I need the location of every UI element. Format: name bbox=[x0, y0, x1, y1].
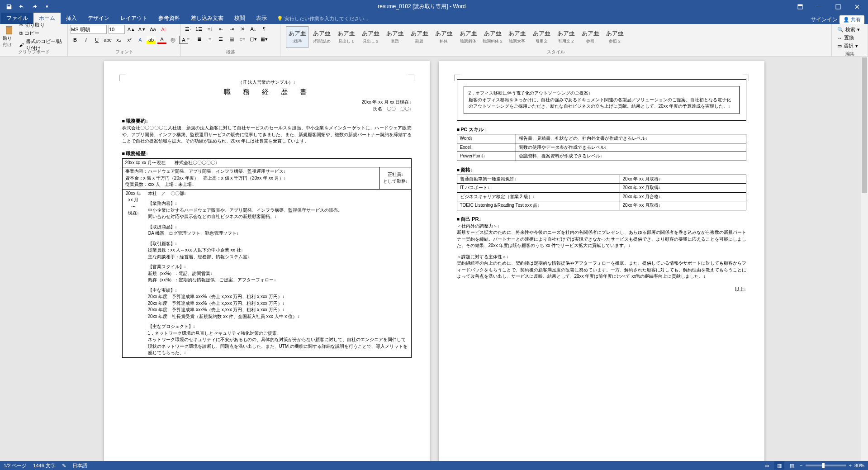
tab-layout[interactable]: レイアウト bbox=[115, 13, 153, 24]
svg-rect-4 bbox=[6, 27, 12, 34]
style-引用文[interactable]: あア亜引用文 bbox=[530, 26, 553, 48]
svg-rect-2 bbox=[817, 7, 821, 7]
replace-button[interactable]: ↔ 置換 bbox=[835, 34, 864, 42]
enclose-char[interactable]: ㊞ bbox=[168, 36, 177, 44]
style-表題[interactable]: あア亜表題 bbox=[384, 26, 406, 48]
ribbon-display-options[interactable] bbox=[791, 0, 809, 13]
asian-layout[interactable]: ✕ bbox=[238, 25, 247, 33]
style-強調斜体 2[interactable]: あア亜強調斜体 2 bbox=[481, 26, 504, 48]
line-spacing[interactable]: ↕≡ bbox=[238, 35, 247, 43]
style-参照[interactable]: あア亜参照 bbox=[579, 26, 602, 48]
shading[interactable]: ▢▾ bbox=[249, 35, 258, 43]
clear-format[interactable]: A⃠ bbox=[159, 25, 168, 33]
minimize-button[interactable] bbox=[810, 0, 828, 13]
paste-button[interactable]: 貼り付け bbox=[3, 25, 15, 48]
style-↓標準[interactable]: あア亜↓標準 bbox=[286, 26, 308, 48]
tab-references[interactable]: 参考資料 bbox=[153, 13, 185, 24]
svg-rect-3 bbox=[836, 5, 840, 9]
subscript[interactable]: x₂ bbox=[114, 36, 123, 44]
svg-rect-5 bbox=[7, 26, 10, 28]
svg-rect-1 bbox=[798, 5, 802, 6]
grow-font[interactable]: A▲ bbox=[127, 25, 136, 33]
group-font-label: フォント bbox=[71, 49, 178, 55]
bold[interactable]: B bbox=[71, 36, 80, 44]
save-button[interactable] bbox=[4, 1, 14, 12]
tab-view[interactable]: 表示 bbox=[251, 13, 272, 24]
group-styles-label: スタイル bbox=[283, 49, 829, 55]
superscript[interactable]: x² bbox=[125, 36, 134, 44]
style-↓行間詰め[interactable]: あア亜↓行間詰め bbox=[310, 26, 333, 48]
show-marks[interactable]: ¶ bbox=[260, 25, 269, 33]
undo-button[interactable] bbox=[16, 1, 27, 12]
strike[interactable]: abc bbox=[103, 36, 112, 44]
cut-button[interactable]: ✂ 切り取り bbox=[18, 21, 65, 29]
group-editing-label: 編集 bbox=[835, 51, 865, 57]
font-name-select[interactable] bbox=[71, 25, 107, 34]
group-clipboard-label: クリップボード bbox=[3, 49, 65, 55]
style-参照 2[interactable]: あア亜参照 2 bbox=[603, 26, 626, 48]
bullets[interactable]: ☰· bbox=[184, 25, 193, 33]
maximize-button[interactable] bbox=[829, 0, 847, 13]
style-見出し 2[interactable]: あア亜見出し 2 bbox=[359, 26, 382, 48]
qat-customize[interactable]: ▾ bbox=[42, 1, 52, 12]
align-justify[interactable]: ☰ bbox=[216, 35, 225, 43]
font-size-select[interactable] bbox=[109, 25, 125, 34]
signin-link[interactable]: サインイン bbox=[811, 16, 838, 24]
style-引用文 2[interactable]: あア亜引用文 2 bbox=[555, 26, 577, 48]
share-button[interactable]: 👤 共有 bbox=[840, 15, 864, 24]
shrink-font[interactable]: A▼ bbox=[138, 25, 147, 33]
style-斜体[interactable]: あア亜斜体 bbox=[432, 26, 455, 48]
tab-mailings[interactable]: 差し込み文書 bbox=[185, 13, 229, 24]
tab-review[interactable]: 校閲 bbox=[229, 13, 251, 24]
change-case[interactable]: Aa bbox=[148, 25, 157, 33]
style-強調斜体[interactable]: あア亜強調斜体 bbox=[457, 26, 479, 48]
close-button[interactable] bbox=[848, 0, 866, 13]
tell-me-placeholder: 実行したい作業を入力してください... bbox=[285, 16, 368, 21]
tab-design[interactable]: デザイン bbox=[82, 13, 115, 24]
style-強調太字[interactable]: あア亜強調太字 bbox=[506, 26, 528, 48]
font-color[interactable]: A bbox=[157, 36, 166, 44]
numbering[interactable]: 1☰ bbox=[194, 25, 204, 33]
style-副題[interactable]: あア亜副題 bbox=[408, 26, 431, 48]
sort[interactable]: A↓ bbox=[249, 25, 258, 33]
multilevel[interactable]: ≡⁞ bbox=[205, 25, 214, 33]
decrease-indent[interactable]: ⇤ bbox=[216, 25, 225, 33]
find-button[interactable]: 🔍 検索 ▾ bbox=[835, 26, 864, 33]
increase-indent[interactable]: ⇥ bbox=[227, 25, 236, 33]
italic[interactable]: I bbox=[81, 36, 90, 44]
copy-button[interactable]: ⧉ コピー bbox=[18, 29, 65, 37]
align-center[interactable]: ≣ bbox=[194, 35, 204, 43]
align-left[interactable]: ≡ bbox=[184, 35, 193, 43]
borders[interactable]: ▦▾ bbox=[260, 35, 269, 43]
underline[interactable]: U bbox=[92, 36, 101, 44]
redo-button[interactable] bbox=[29, 1, 40, 12]
align-right[interactable]: ≡ bbox=[205, 35, 214, 43]
highlight[interactable]: ab bbox=[147, 36, 156, 44]
align-distribute[interactable]: ▤ bbox=[227, 35, 236, 43]
select-button[interactable]: ▭ 選択 ▾ bbox=[835, 42, 864, 50]
group-paragraph-label: 段落 bbox=[184, 49, 277, 55]
text-effects[interactable]: A bbox=[136, 36, 145, 44]
style-見出し 1[interactable]: あア亜見出し 1 bbox=[335, 26, 357, 48]
tell-me-search[interactable]: 💡 実行したい作業を入力してください... bbox=[272, 14, 373, 24]
app-title: resume_0102 [読み取り専用] - Word bbox=[52, 3, 791, 10]
